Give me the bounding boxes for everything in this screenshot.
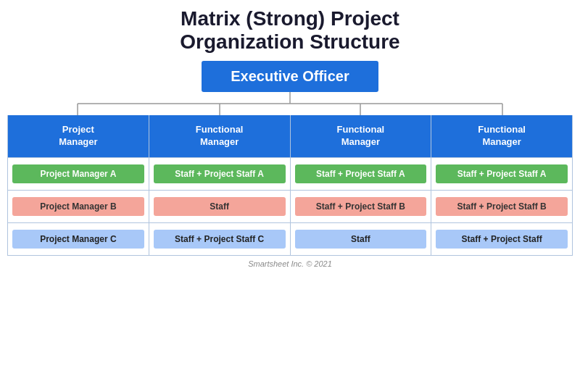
cell-c-2: Staff [291, 223, 432, 255]
cell-c-3: Staff + Project Staff [431, 223, 572, 255]
header-cell-3: FunctionalManager [431, 115, 572, 157]
cell-text-c-1: Staff + Project Staff C [154, 230, 286, 249]
cell-a-1: Staff + Project Staff A [149, 158, 291, 190]
data-row-c: Project Manager C Staff + Project Staff … [8, 222, 572, 255]
footer-text: Smartsheet Inc. © 2021 [248, 259, 332, 268]
connector-area [7, 92, 573, 115]
cell-b-3: Staff + Project Staff B [431, 191, 572, 222]
header-row: ProjectManager FunctionalManager Functio… [8, 115, 572, 157]
cell-b-0: Project Manager B [8, 191, 149, 222]
data-row-a: Project Manager A Staff + Project Staff … [8, 157, 572, 190]
cell-a-2: Staff + Project Staff A [291, 158, 432, 190]
cell-text-b-2: Staff + Project Staff B [295, 197, 427, 216]
cell-text-c-0: Project Manager C [12, 230, 144, 249]
cell-text-b-1: Staff [154, 197, 286, 216]
cell-c-1: Staff + Project Staff C [149, 223, 291, 255]
cell-text-a-3: Staff + Project Staff A [436, 164, 568, 183]
header-cell-2: FunctionalManager [291, 115, 432, 157]
cell-b-1: Staff [149, 191, 291, 222]
page-title: Matrix (Strong) ProjectOrganization Stru… [180, 7, 399, 54]
executive-officer-box: Executive Officer [202, 61, 378, 92]
cell-text-a-0: Project Manager A [12, 164, 144, 183]
cell-text-c-2: Staff [295, 230, 427, 249]
cell-text-b-0: Project Manager B [12, 197, 144, 216]
cell-c-0: Project Manager C [8, 223, 149, 255]
cell-text-b-3: Staff + Project Staff B [436, 197, 568, 216]
cell-a-0: Project Manager A [8, 158, 149, 190]
cell-b-2: Staff + Project Staff B [291, 191, 432, 222]
cell-text-c-3: Staff + Project Staff [436, 230, 568, 249]
cell-text-a-1: Staff + Project Staff A [154, 164, 286, 183]
header-cell-0: ProjectManager [8, 115, 149, 157]
cell-a-3: Staff + Project Staff A [431, 158, 572, 190]
page-wrapper: Matrix (Strong) ProjectOrganization Stru… [0, 0, 580, 392]
cell-text-a-2: Staff + Project Staff A [295, 164, 427, 183]
data-row-b: Project Manager B Staff Staff + Project … [8, 190, 572, 222]
org-grid: ProjectManager FunctionalManager Functio… [7, 115, 573, 256]
header-cell-1: FunctionalManager [149, 115, 291, 157]
connector-svg [7, 92, 573, 115]
